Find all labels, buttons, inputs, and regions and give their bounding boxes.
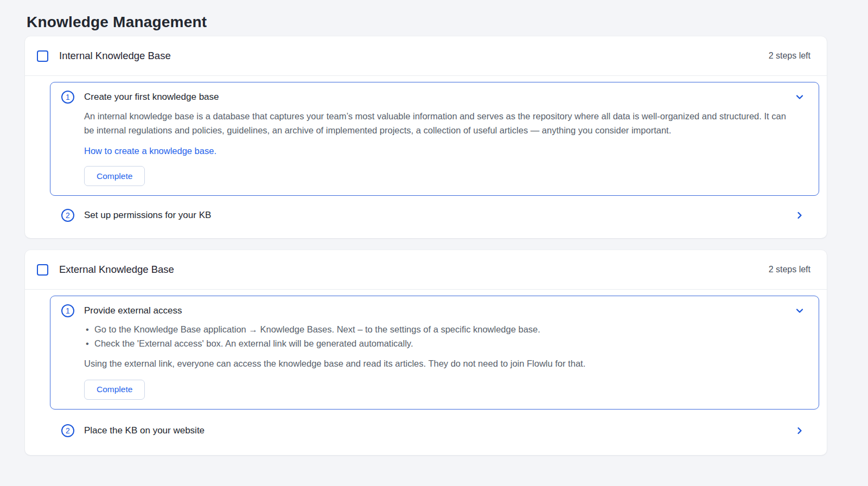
external-kb-checkbox[interactable] [37,264,48,276]
chevron-right-icon[interactable] [792,209,808,221]
step-title: Place the KB on your website [84,425,792,436]
step-content: Go to the Knowledge Base application → K… [61,322,808,400]
step-setup-permissions[interactable]: 2 Set up permissions for your KB [50,196,819,235]
step-number-badge: 1 [61,91,74,104]
step-description: Using the external link, everyone can ac… [84,357,789,371]
complete-button[interactable]: Complete [84,166,145,186]
bullet-item: Check the 'External access' box. An exte… [84,336,808,350]
external-kb-steps-left: 2 steps left [769,265,810,274]
step-place-kb-website[interactable]: 2 Place the KB on your website [50,410,819,452]
step-number-badge: 1 [61,304,74,317]
step-title: Create your first knowledge base [84,92,792,103]
step-provide-external-access: 1 Provide external access Go to the Know… [50,296,819,410]
external-kb-title: External Knowledge Base [59,264,769,276]
chevron-down-icon[interactable] [792,91,808,103]
page-title: Knowledge Management [27,13,868,31]
bullet-item: Go to the Knowledge Base application → K… [84,322,808,336]
step-content: An internal knowledge base is a database… [61,110,808,186]
step-create-first-kb: 1 Create your first knowledge base An in… [50,82,819,196]
internal-kb-body: 1 Create your first knowledge base An in… [25,76,827,238]
step-number-badge: 2 [61,209,74,222]
card-internal-kb: Internal Knowledge Base 2 steps left 1 C… [25,36,827,238]
card-external-kb: External Knowledge Base 2 steps left 1 P… [25,250,827,455]
internal-kb-checkbox[interactable] [37,50,48,62]
internal-kb-header: Internal Knowledge Base 2 steps left [25,36,827,75]
chevron-down-icon[interactable] [792,305,808,317]
help-link-line: How to create a knowledge base. [84,144,808,157]
internal-kb-title: Internal Knowledge Base [59,50,769,62]
complete-button[interactable]: Complete [84,380,145,400]
step-title: Provide external access [84,305,792,316]
page: Knowledge Management Internal Knowledge … [0,0,868,455]
chevron-right-icon[interactable] [792,425,808,437]
step-provide-external-access-header[interactable]: 1 Provide external access [61,304,808,317]
bullet-list: Go to the Knowledge Base application → K… [84,322,808,350]
kb-help-link[interactable]: How to create a knowledge base [84,146,214,156]
external-kb-body: 1 Provide external access Go to the Know… [25,290,827,455]
step-description: An internal knowledge base is a database… [84,110,789,137]
step-title: Set up permissions for your KB [84,210,792,221]
step-number-badge: 2 [61,424,74,437]
step-create-first-kb-header[interactable]: 1 Create your first knowledge base [61,91,808,104]
internal-kb-steps-left: 2 steps left [769,51,810,61]
link-suffix: . [214,146,216,156]
external-kb-header: External Knowledge Base 2 steps left [25,250,827,289]
